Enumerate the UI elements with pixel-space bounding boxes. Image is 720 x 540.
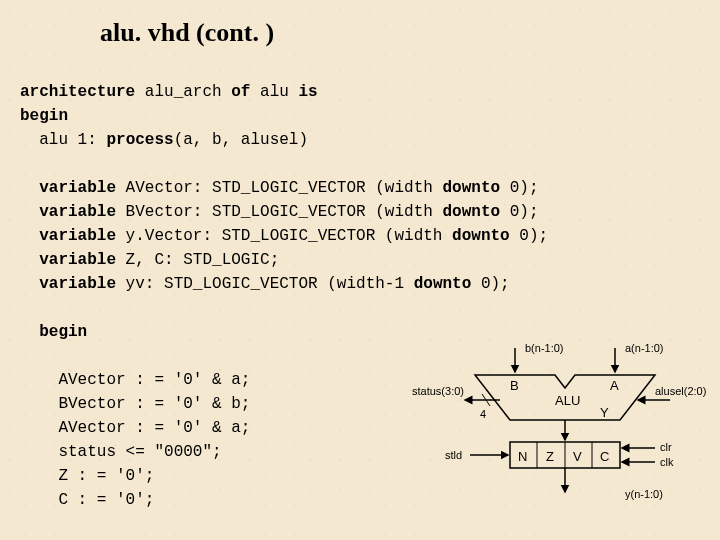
sig-clr: clr <box>660 441 672 453</box>
kw-downto: downto <box>414 275 472 293</box>
t: alu 1: <box>20 131 106 149</box>
kw-variable: variable <box>20 227 116 245</box>
t: BVector : = '0' & b; <box>20 395 250 413</box>
sig-b: b(n-1:0) <box>525 342 564 354</box>
kw-variable: variable <box>20 203 116 221</box>
kw-downto: downto <box>452 227 510 245</box>
kw-begin2: begin <box>20 323 87 341</box>
sig-status: status(3:0) <box>412 385 464 397</box>
t: AVector: STD_LOGIC_VECTOR (width <box>116 179 442 197</box>
kw-downto: downto <box>442 203 500 221</box>
kw-process: process <box>106 131 173 149</box>
t: y.Vector: STD_LOGIC_VECTOR (width <box>116 227 452 245</box>
flag-N: N <box>518 449 527 464</box>
slide-title: alu. vhd (cont. ) <box>100 18 274 48</box>
flag-V: V <box>573 449 582 464</box>
alu-diagram: b(n-1:0) a(n-1:0) B A ALU Y status(3:0) … <box>410 340 710 520</box>
flag-C: C <box>600 449 609 464</box>
kw-architecture: architecture <box>20 83 135 101</box>
t: AVector : = '0' & a; <box>20 371 250 389</box>
t: (a, b, alusel) <box>174 131 308 149</box>
sig-y: y(n-1:0) <box>625 488 663 500</box>
t: alu_arch <box>135 83 231 101</box>
port-A: A <box>610 378 619 393</box>
t: AVector : = '0' & a; <box>20 419 250 437</box>
kw-is: is <box>298 83 317 101</box>
sig-a: a(n-1:0) <box>625 342 664 354</box>
port-Y: Y <box>600 405 609 420</box>
label-alu: ALU <box>555 393 580 408</box>
label-4: 4 <box>480 408 486 420</box>
t: BVector: STD_LOGIC_VECTOR (width <box>116 203 442 221</box>
sig-clk: clk <box>660 456 674 468</box>
kw-downto: downto <box>442 179 500 197</box>
t: Z : = '0'; <box>20 467 154 485</box>
kw-variable: variable <box>20 179 116 197</box>
t: C : = '0'; <box>20 491 154 509</box>
kw-variable: variable <box>20 275 116 293</box>
kw-begin: begin <box>20 107 68 125</box>
t: 0); <box>500 203 538 221</box>
flag-Z: Z <box>546 449 554 464</box>
sig-stld: stld <box>445 449 462 461</box>
t: alu <box>250 83 298 101</box>
t: 0); <box>471 275 509 293</box>
t: yv: STD_LOGIC_VECTOR (width-1 <box>116 275 414 293</box>
t: 0); <box>510 227 548 245</box>
t: Z, C: STD_LOGIC; <box>116 251 279 269</box>
t: 0); <box>500 179 538 197</box>
t: status <= "0000"; <box>20 443 222 461</box>
port-B: B <box>510 378 519 393</box>
sig-alusel: alusel(2:0) <box>655 385 706 397</box>
kw-of: of <box>231 83 250 101</box>
kw-variable: variable <box>20 251 116 269</box>
